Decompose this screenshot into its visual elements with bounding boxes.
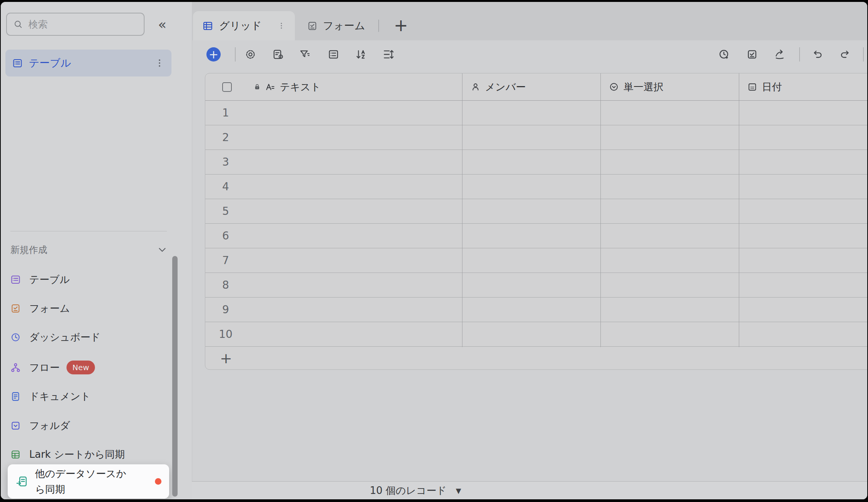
- grid-view-icon: [202, 20, 213, 32]
- row-height-icon[interactable]: [382, 48, 394, 60]
- grid-view-table: テキスト メンバー 単一選択: [205, 73, 867, 370]
- table-row[interactable]: 6: [205, 224, 867, 248]
- text-field-icon: [265, 82, 275, 92]
- table-row[interactable]: 1: [205, 101, 867, 125]
- toolbar-divider: [235, 47, 236, 62]
- sidebar-item-label: フォルダ: [29, 419, 70, 432]
- column-divider[interactable]: [462, 73, 462, 347]
- notification-dot: [155, 478, 161, 485]
- tab-label: グリッド: [219, 19, 262, 33]
- sidebar-item-sync-lark-sheet[interactable]: Lark シートから同期: [10, 444, 125, 465]
- sidebar-item-sync-other-datasource[interactable]: 他のデータソースから同期: [8, 464, 169, 499]
- tab-form-view[interactable]: フォーム: [307, 11, 365, 40]
- tab-divider: [378, 20, 379, 32]
- folder-icon: [10, 421, 21, 431]
- sidebar-item-new-dashboard[interactable]: ダッシュボード: [10, 327, 101, 347]
- sidebar-item-table-active[interactable]: テーブル: [5, 50, 171, 76]
- sidebar-scrollbar[interactable]: [172, 256, 178, 497]
- column-header-single-select[interactable]: 単一選択: [600, 73, 739, 100]
- history-icon[interactable]: [718, 48, 730, 60]
- settings-icon[interactable]: [244, 48, 256, 60]
- search-input[interactable]: 検索: [6, 13, 145, 36]
- sidebar: 検索 « テーブル 新規作成 テーブル: [1, 2, 192, 499]
- grid-toolbar: +: [192, 40, 867, 73]
- undo-icon[interactable]: [811, 48, 823, 60]
- create-section-header[interactable]: 新規作成: [10, 241, 168, 259]
- row-number: 8: [205, 279, 246, 291]
- sidebar-item-new-table[interactable]: テーブル: [10, 269, 70, 290]
- sidebar-item-label: テーブル: [29, 56, 71, 70]
- sort-icon[interactable]: [355, 48, 367, 60]
- main-area: グリッド フォーム + +: [192, 2, 867, 499]
- column-header-date[interactable]: 日付: [739, 73, 867, 100]
- toolbar-divider: [863, 47, 864, 62]
- form-icon: [10, 303, 21, 314]
- add-record-row[interactable]: +: [205, 347, 867, 369]
- sidebar-item-new-folder[interactable]: フォルダ: [10, 415, 70, 436]
- table-header-row: テキスト メンバー 単一選択: [205, 73, 867, 101]
- row-number: 9: [205, 303, 246, 316]
- column-header-member[interactable]: メンバー: [462, 73, 600, 100]
- table-row[interactable]: 5: [205, 199, 867, 224]
- search-placeholder: 検索: [28, 18, 48, 31]
- sidebar-item-label: ダッシュボード: [29, 331, 101, 344]
- tab-grid-view[interactable]: グリッド: [193, 11, 295, 40]
- collapse-sidebar-icon[interactable]: «: [154, 14, 171, 34]
- statusbar: 10 個のレコード ▼: [192, 481, 867, 499]
- record-count-label: 10 個のレコード: [370, 484, 447, 497]
- sidebar-item-label: テーブル: [29, 273, 70, 286]
- row-number: 4: [205, 180, 246, 193]
- sheet-sync-icon: [10, 449, 21, 460]
- form-record-icon[interactable]: [746, 48, 758, 60]
- table-row[interactable]: 2: [205, 125, 867, 150]
- row-number: 10: [205, 328, 246, 341]
- column-label: テキスト: [280, 80, 321, 94]
- more-options-icon[interactable]: [155, 57, 165, 69]
- table-row[interactable]: 3: [205, 150, 867, 175]
- select-all-checkbox[interactable]: [222, 82, 232, 92]
- column-divider[interactable]: [739, 73, 739, 347]
- plus-icon: +: [220, 350, 232, 367]
- sidebar-item-label: Lark シートから同期: [29, 448, 125, 461]
- member-field-icon: [471, 82, 481, 92]
- redo-icon[interactable]: [839, 48, 851, 60]
- form-view-icon: [307, 21, 318, 31]
- table-row[interactable]: 8: [205, 273, 867, 298]
- chevron-down-icon: [156, 244, 168, 256]
- add-record-button[interactable]: +: [206, 47, 221, 62]
- table-row[interactable]: 7: [205, 248, 867, 273]
- sidebar-item-new-flow[interactable]: フロー New: [10, 357, 95, 378]
- new-badge: New: [67, 361, 95, 374]
- group-icon[interactable]: [328, 48, 339, 60]
- table-row[interactable]: 9: [205, 298, 867, 322]
- field-config-icon[interactable]: [272, 48, 284, 60]
- table-icon: [12, 58, 23, 68]
- sidebar-item-new-form[interactable]: フォーム: [10, 298, 70, 319]
- tab-more-options-icon[interactable]: [277, 21, 286, 31]
- share-icon[interactable]: [774, 48, 786, 60]
- toolbar-divider: [799, 47, 800, 62]
- sidebar-divider: [10, 231, 167, 231]
- dashboard-icon: [10, 332, 21, 342]
- column-divider[interactable]: [600, 73, 601, 347]
- lark-base-window: 検索 « テーブル 新規作成 テーブル: [1, 2, 867, 499]
- row-number: 5: [205, 205, 246, 218]
- sidebar-item-label: フォーム: [29, 302, 70, 315]
- view-tabbar: グリッド フォーム +: [192, 2, 867, 40]
- column-label: 単一選択: [624, 80, 663, 94]
- row-number: 7: [205, 254, 246, 267]
- tab-label: フォーム: [323, 19, 365, 33]
- row-number: 2: [205, 131, 246, 144]
- table-row[interactable]: 10: [205, 322, 867, 347]
- column-label: メンバー: [485, 80, 526, 94]
- column-header-text[interactable]: テキスト: [205, 73, 462, 100]
- app-window: 検索 « テーブル 新規作成 テーブル: [0, 0, 868, 502]
- sidebar-item-label: フロー: [29, 361, 60, 374]
- column-label: 日付: [762, 80, 782, 94]
- sidebar-item-new-document[interactable]: ドキュメント: [10, 386, 91, 407]
- filter-icon[interactable]: [299, 48, 311, 60]
- record-count-dropdown[interactable]: 10 個のレコード ▼: [370, 484, 461, 497]
- table-row[interactable]: 4: [205, 175, 867, 199]
- row-number: 3: [205, 156, 246, 168]
- add-view-button[interactable]: +: [390, 13, 412, 37]
